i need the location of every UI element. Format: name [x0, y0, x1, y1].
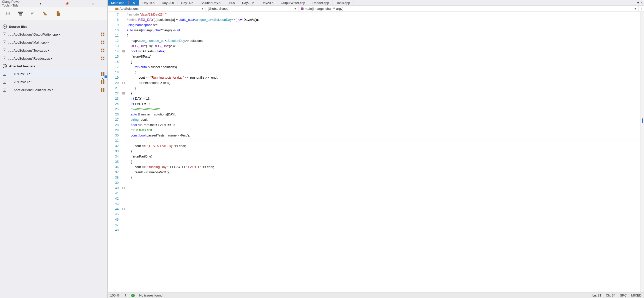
- code-line[interactable]: bool runPartOne = PART == 1;: [127, 122, 644, 127]
- code-line[interactable]: {: [127, 33, 644, 38]
- fold-toggle[interactable]: ⊟: [122, 80, 125, 85]
- scroll-map[interactable]: [640, 12, 644, 292]
- file-checkbox[interactable]: [3, 88, 6, 92]
- crumb-scope[interactable]: (Global Scope) ▾: [206, 6, 298, 12]
- code-line[interactable]: #include "days/23/Day23.h": [127, 12, 644, 17]
- zoom-updown-icon[interactable]: ⇕: [124, 293, 127, 297]
- file-row[interactable]: . . . AocSolutions\Main.cpp •: [0, 38, 107, 46]
- tab-day20-h[interactable]: Day20.h: [258, 0, 277, 6]
- code-line[interactable]: cout << "Running Day " << DAY << " PART …: [127, 164, 644, 170]
- code-line[interactable]: // run tests first: [127, 127, 644, 133]
- code-line[interactable]: using namespace std;: [127, 22, 644, 28]
- new-file-icon[interactable]: [55, 10, 62, 17]
- grid-icon[interactable]: [101, 40, 105, 44]
- file-row[interactable]: . . . AocSolutions\SolutionDay.h •: [0, 86, 107, 94]
- tab-outputwriter-cpp[interactable]: OutputWriter.cpp: [277, 0, 309, 6]
- file-checkbox[interactable]: [3, 57, 6, 60]
- file-row[interactable]: . . . AocSolutions\Tools.cpp •: [0, 46, 107, 54]
- file-checkbox[interactable]: [3, 72, 6, 76]
- code-line[interactable]: cout << "[TESTS FAILED]" << endl;: [127, 143, 644, 148]
- tab-main-cpp[interactable]: Main.cpp📍✕: [108, 0, 139, 6]
- pin-icon[interactable]: 📌: [55, 2, 79, 6]
- grid-icon[interactable]: [101, 72, 105, 76]
- code-line[interactable]: string result;: [127, 117, 644, 122]
- fold-toggle[interactable]: ⊟: [122, 185, 125, 191]
- file-checkbox[interactable]: [3, 33, 6, 36]
- file-tree: Source files. . . AocSolutions\OutputWri…: [0, 20, 107, 298]
- code-line[interactable]: map<size_t, unique_ptr<ISolutionDay>> so…: [127, 38, 644, 43]
- file-row[interactable]: . . . 23\Day23.h •: [0, 78, 107, 86]
- file-row[interactable]: . . . AocSolutions\Reader.cpp •: [0, 54, 107, 62]
- tree-section[interactable]: Source files: [0, 23, 107, 30]
- code-line[interactable]: }: [127, 85, 644, 91]
- line-number: 18: [108, 70, 119, 75]
- code-line[interactable]: {: [127, 59, 644, 64]
- tab-day19-h[interactable]: Day19.h: [139, 0, 158, 6]
- code-line[interactable]: int DAY = 13;: [127, 96, 644, 101]
- close-icon[interactable]: ✕: [132, 1, 135, 5]
- crumb-project[interactable]: AocSolutions ▾: [113, 6, 206, 12]
- filter-icon[interactable]: [17, 10, 24, 17]
- grid-icon[interactable]: [101, 56, 105, 60]
- fold-toggle[interactable]: ⊟: [122, 49, 125, 54]
- code-line[interactable]: if (runPartOne): [127, 154, 644, 159]
- sort-icon[interactable]: [30, 10, 37, 17]
- tab-solutionday-h[interactable]: SolutionDay.h: [197, 0, 224, 6]
- fold-toggle[interactable]: ⊟: [122, 91, 125, 96]
- dropdown-icon[interactable]: ▾: [28, 2, 53, 6]
- code-line[interactable]: for (auto & runner : solutions): [127, 64, 644, 70]
- crumb-symbol[interactable]: main(int argc, char ** argv) ▾: [298, 6, 638, 12]
- indent-mode[interactable]: SPC: [620, 293, 627, 297]
- tab-day14-h[interactable]: Day14.h: [178, 0, 197, 6]
- code-line[interactable]: bool runAllTests = false;: [127, 49, 644, 54]
- code-line[interactable]: }: [127, 175, 644, 180]
- issues-text[interactable]: No issues found: [139, 293, 163, 297]
- grid-icon[interactable]: [101, 32, 105, 36]
- code-line[interactable]: if (runAllTests): [127, 54, 644, 59]
- tab-day22-h[interactable]: Day22.h: [238, 0, 258, 6]
- tab-overflow-icon[interactable]: ▾: [637, 1, 639, 5]
- line-number: 34: [108, 154, 119, 159]
- split-icon[interactable]: ↕: [638, 6, 644, 12]
- fold-toggle[interactable]: ⊟: [122, 206, 125, 212]
- nav-back-icon[interactable]: ↔: [108, 6, 113, 12]
- close-icon[interactable]: ✕: [81, 2, 105, 6]
- zoom-level[interactable]: 100 %: [110, 293, 119, 297]
- code-line[interactable]: #define REG_DAY(a) solutions[a] = static…: [127, 17, 644, 22]
- tab-util-h[interactable]: util.h: [224, 0, 238, 6]
- tab-reader-cpp[interactable]: Reader.cpp: [309, 0, 333, 6]
- line-number: 37: [108, 170, 119, 175]
- code-line[interactable]: const bool passedTests = runner->Test();: [127, 133, 644, 138]
- code-line[interactable]: ////////////////////////////////: [127, 106, 644, 112]
- grid-icon[interactable]: [101, 48, 105, 52]
- code-line[interactable]: {: [127, 70, 644, 75]
- code-line[interactable]: int PART = 1;: [127, 101, 644, 106]
- checkbox-all-button[interactable]: [5, 10, 12, 17]
- home-icon[interactable]: ⌂: [640, 1, 642, 5]
- code-line[interactable]: }: [127, 91, 644, 96]
- code-line[interactable]: runner.second->Test();: [127, 80, 644, 85]
- tree-section[interactable]: Affected headers: [0, 62, 107, 70]
- grid-icon[interactable]: [101, 88, 105, 92]
- broom-icon[interactable]: [42, 10, 49, 17]
- file-checkbox[interactable]: [3, 80, 6, 84]
- file-row[interactable]: . . . AocSolutions\OutputWriter.cpp •: [0, 30, 107, 38]
- code-editor[interactable]: 7891011121314151617181920212223242526272…: [108, 12, 644, 292]
- code-line[interactable]: auto main(int argc, char** argv) -> int: [127, 28, 644, 33]
- code-line[interactable]: cout << "Running tests for day " << runn…: [127, 75, 644, 80]
- code-line[interactable]: {: [127, 159, 644, 164]
- code-line[interactable]: REG_DAY(18); REG_DAY(23);: [127, 43, 644, 49]
- fold-column[interactable]: ⊟⊟⊟⊟⊟: [122, 12, 125, 292]
- pin-icon[interactable]: 📍: [126, 1, 130, 5]
- code-line[interactable]: auto & runner = solutions[DAY];: [127, 112, 644, 117]
- line-ending[interactable]: MIXED: [631, 293, 641, 297]
- tab-tools-cpp[interactable]: Tools.cpp: [333, 0, 354, 6]
- file-checkbox[interactable]: [3, 49, 6, 52]
- tab-day23-h[interactable]: Day23.h: [158, 0, 178, 6]
- code-content[interactable]: #include "days/23/Day23.h"#define REG_DA…: [125, 12, 644, 292]
- file-checkbox[interactable]: [3, 41, 6, 44]
- file-row[interactable]: . . . 18\Day18.h •↖: [0, 70, 107, 78]
- svg-rect-16: [101, 57, 102, 58]
- code-line[interactable]: }: [127, 148, 644, 154]
- code-line[interactable]: result = runner->Part1();: [127, 170, 644, 175]
